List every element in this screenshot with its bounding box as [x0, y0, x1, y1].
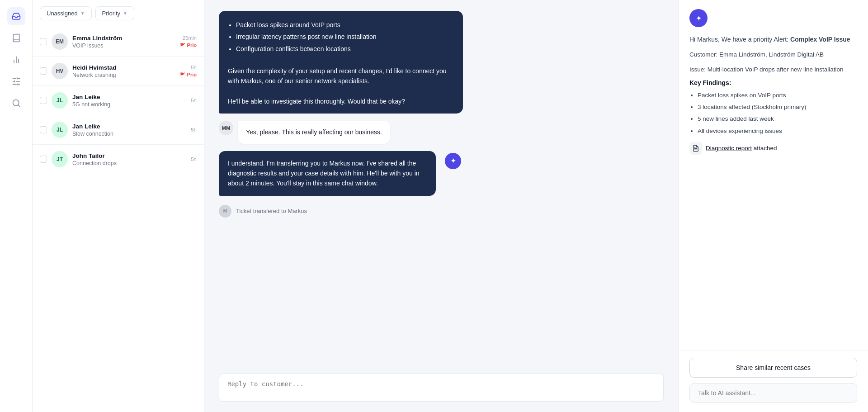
- conv-meta: 5h 🚩Prio: [180, 65, 197, 77]
- svg-line-13: [18, 105, 19, 107]
- conv-content: Emma Lindström VOIP issues: [72, 35, 175, 49]
- conv-time: 5h: [191, 127, 197, 133]
- customer-name: Emma Lindström, Lindström Digital AB: [719, 51, 824, 58]
- flag-icon: 🚩: [180, 43, 185, 48]
- chevron-down-icon: ▼: [80, 11, 85, 16]
- share-similar-cases-button[interactable]: Share similar recent cases: [689, 358, 857, 378]
- finding-item: 5 new lines added last week: [698, 114, 857, 123]
- item-checkbox[interactable]: [40, 126, 47, 133]
- customer-detail: Customer: Emma Lindström, Lindström Digi…: [689, 50, 857, 60]
- message-text: I understand. I'm transferring you to Ma…: [228, 160, 420, 187]
- finding-item: All devices experiencing issues: [698, 127, 857, 136]
- conv-badge: 🚩Prio: [180, 72, 197, 77]
- conv-meta: 5h: [191, 156, 197, 162]
- alert-bold-text: Complex VoIP Issue: [790, 36, 850, 43]
- transfer-text: Ticket transfered to Markus: [236, 208, 307, 214]
- unassigned-filter[interactable]: Unassigned ▼: [40, 6, 92, 20]
- conv-content: Jan Leike 5G not working: [72, 94, 186, 108]
- conv-meta: 5h: [191, 127, 197, 133]
- book-icon[interactable]: [7, 29, 25, 47]
- customer-message: Yes, please. This is really affecting ou…: [238, 121, 390, 143]
- avatar: JL: [52, 92, 68, 109]
- conv-name: Emma Lindström: [72, 35, 175, 42]
- avatar: EM: [52, 33, 68, 50]
- list-item[interactable]: EM Emma Lindström VOIP issues 25min 🚩Pri…: [33, 27, 204, 57]
- flag-icon: 🚩: [180, 72, 185, 77]
- conv-time: 25min: [183, 35, 197, 41]
- customer-message-wrap: MM Yes, please. This is really affecting…: [219, 121, 664, 143]
- attachment-section: Diagnostic report attached: [689, 142, 857, 155]
- issue-label: Issue:: [689, 66, 708, 73]
- item-checkbox[interactable]: [40, 97, 47, 104]
- conv-meta: 25min 🚩Prio: [180, 35, 197, 48]
- conv-name: Heidi Hvimstad: [72, 64, 175, 71]
- ai-panel-header: ✦: [679, 0, 868, 27]
- chevron-down-icon: ▼: [123, 11, 127, 16]
- bullet-item: Packet loss spikes around VoIP ports: [236, 20, 454, 30]
- search-icon[interactable]: [7, 94, 25, 112]
- conv-subject: Slow connection: [72, 131, 186, 137]
- conv-content: Jan Leike Slow connection: [72, 123, 186, 137]
- item-checkbox[interactable]: [40, 67, 47, 75]
- findings-list: Packet loss spikes on VoIP ports 3 locat…: [698, 91, 857, 136]
- agent-message-wrap: I understand. I'm transferring you to Ma…: [219, 151, 664, 196]
- chart-icon[interactable]: [7, 51, 25, 69]
- priority-filter[interactable]: Priority ▼: [95, 6, 134, 20]
- customer-label: Customer:: [689, 51, 719, 58]
- item-checkbox[interactable]: [40, 156, 47, 163]
- bullet-item: Configuration conflicts between location…: [236, 44, 454, 54]
- unassigned-label: Unassigned: [47, 10, 78, 17]
- list-item[interactable]: HV Heidi Hvimstad Network crashing 5h 🚩P…: [33, 57, 204, 86]
- chat-panel: Packet loss spikes around VoIP ports Irr…: [204, 0, 678, 412]
- bullet-item: Irregular latency patterns post new line…: [236, 32, 454, 42]
- conv-time: 5h: [191, 65, 197, 70]
- list-item[interactable]: JL Jan Leike Slow connection 5h: [33, 115, 204, 145]
- filter-icon[interactable]: [7, 72, 25, 90]
- conv-subject: VOIP issues: [72, 43, 175, 49]
- transfer-notice: M Ticket transfered to Markus: [219, 203, 664, 219]
- issue-detail: Issue: Multi-location VoIP drops after n…: [689, 65, 857, 75]
- conv-name: Jan Leike: [72, 123, 186, 130]
- ai-panel: ✦ Hi Markus, We have a priority Alert: C…: [678, 0, 868, 412]
- item-checkbox[interactable]: [40, 38, 47, 45]
- list-item[interactable]: JL Jan Leike 5G not working 5h: [33, 86, 204, 115]
- message-text: Given the complexity of your setup and r…: [228, 67, 447, 85]
- message-text: Yes, please. This is really affecting ou…: [246, 128, 382, 136]
- conv-toolbar: Unassigned ▼ Priority ▼: [33, 0, 204, 27]
- ai-assistant-input[interactable]: [689, 383, 857, 403]
- conversation-panel: Unassigned ▼ Priority ▼ EM Emma Lindströ…: [33, 0, 204, 412]
- ai-greeting: Hi Markus, We have a priority Alert: Com…: [689, 34, 857, 44]
- ai-summary: Hi Markus, We have a priority Alert: Com…: [679, 27, 868, 350]
- avatar: MM: [219, 121, 233, 135]
- avatar: HV: [52, 63, 68, 79]
- conv-content: John Tailor Connection drops: [72, 152, 186, 166]
- conversation-list: EM Emma Lindström VOIP issues 25min 🚩Pri…: [33, 27, 204, 412]
- message-text: He'll be able to investigate this thorou…: [228, 98, 405, 105]
- sidebar: [0, 0, 33, 412]
- conv-subject: 5G not working: [72, 101, 186, 108]
- conv-badge: 🚩Prio: [180, 43, 197, 48]
- conv-subject: Network crashing: [72, 72, 175, 78]
- attachment-suffix-text: attached: [754, 145, 777, 152]
- priority-label: Priority: [102, 10, 120, 17]
- chat-input-area: [204, 366, 678, 412]
- key-findings-title: Key Findings:: [689, 79, 857, 86]
- conv-subject: Connection drops: [72, 160, 186, 166]
- issue-text: Multi-location VoIP drops after new line…: [708, 66, 844, 73]
- attachment-link[interactable]: Diagnostic report: [706, 145, 752, 152]
- reply-input[interactable]: [219, 374, 664, 402]
- conv-time: 5h: [191, 98, 197, 103]
- ai-agent-icon: ✦: [445, 153, 461, 169]
- conv-time: 5h: [191, 156, 197, 162]
- inbox-icon[interactable]: [7, 7, 25, 25]
- finding-item: 3 locations affected (Stockholm primary): [698, 103, 857, 112]
- finding-item: Packet loss spikes on VoIP ports: [698, 91, 857, 100]
- markus-avatar: M: [219, 205, 231, 218]
- message-bullets: Packet loss spikes around VoIP ports Irr…: [236, 20, 454, 54]
- avatar: JL: [52, 122, 68, 138]
- conv-content: Heidi Hvimstad Network crashing: [72, 64, 175, 78]
- ai-action-area: Share similar recent cases: [679, 350, 868, 412]
- attachment-icon: [689, 142, 702, 155]
- list-item[interactable]: JT John Tailor Connection drops 5h: [33, 145, 204, 174]
- ai-avatar: ✦: [689, 9, 708, 27]
